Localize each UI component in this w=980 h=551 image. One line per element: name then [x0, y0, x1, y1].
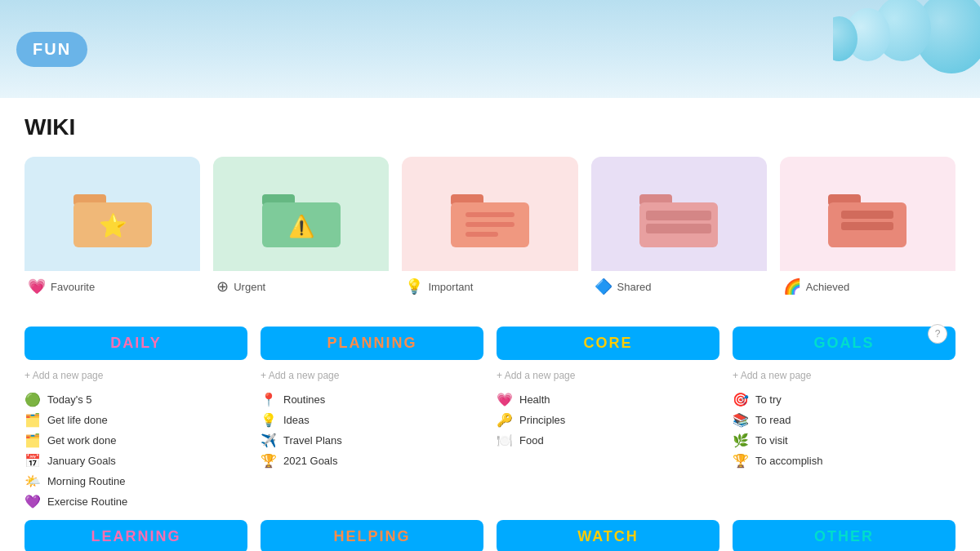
shared-label: Shared	[617, 281, 652, 293]
favourite-icon: 💗	[28, 278, 46, 295]
urgent-label: Urgent	[234, 281, 265, 293]
item-icon: 💡	[261, 412, 277, 428]
item-label: Get life done	[47, 414, 108, 426]
list-item[interactable]: 🏆 2021 Goals	[261, 451, 483, 471]
core-add-new[interactable]: + Add a new page	[497, 370, 719, 381]
list-item[interactable]: 🗂️ Get life done	[24, 410, 247, 430]
sections-row: DAILY + Add a new page 🟢 Today's 5 🗂️ Ge…	[24, 327, 956, 512]
app-container: FUN WIKI ⭐	[0, 0, 980, 551]
other-header[interactable]: OTHER	[733, 520, 956, 551]
list-item[interactable]: 💜 Exercise Routine	[24, 491, 247, 512]
helping-header[interactable]: HELPING	[261, 520, 483, 551]
watch-header[interactable]: WATCH	[497, 520, 719, 551]
item-icon: 🟢	[24, 392, 41, 407]
item-icon: 💗	[497, 392, 513, 407]
list-item[interactable]: 🟢 Today's 5	[24, 389, 247, 410]
item-icon: 📍	[261, 392, 277, 407]
core-header[interactable]: CORE	[497, 327, 719, 360]
svg-rect-13	[646, 211, 711, 220]
list-item[interactable]: 📚 To read	[733, 410, 956, 430]
list-item[interactable]: 🌤️ Morning Routine	[24, 471, 247, 491]
core-items: 💗 Health 🔑 Principles 🍽️ Food	[497, 389, 719, 451]
svg-text:⚠️: ⚠️	[288, 213, 315, 239]
watch-title: WATCH	[577, 528, 639, 544]
achieved-label: Achieved	[806, 281, 849, 293]
goals-header[interactable]: GOALS	[733, 327, 956, 360]
card-label-important: 💡 Important	[402, 271, 577, 302]
item-label: Exercise Routine	[47, 495, 127, 508]
daily-items: 🟢 Today's 5 🗂️ Get life done 🗂️ Get work…	[24, 389, 247, 512]
item-label: January Goals	[47, 455, 116, 467]
card-label-achieved: 🌈 Achieved	[780, 271, 956, 302]
item-label: To try	[755, 393, 782, 406]
item-icon: ✈️	[261, 433, 277, 448]
important-label: Important	[428, 281, 473, 293]
main-content: WIKI ⭐ 💗 Favourite	[0, 98, 980, 551]
card-image-urgent: ⚠️	[213, 157, 389, 271]
wiki-card-favourite[interactable]: ⭐ 💗 Favourite	[24, 157, 200, 302]
balloons-decoration	[833, 0, 980, 98]
wiki-title: WIKI	[24, 114, 956, 140]
core-title: CORE	[583, 335, 632, 351]
item-label: Principles	[519, 414, 565, 426]
svg-rect-14	[646, 224, 711, 233]
item-label: Travel Plans	[283, 434, 342, 447]
helping-title: HELPING	[333, 528, 410, 544]
list-item[interactable]: 🏆 To accomplish	[733, 451, 956, 471]
other-title: OTHER	[814, 528, 874, 544]
list-item[interactable]: 🔑 Principles	[497, 410, 719, 430]
item-label: Ideas	[283, 414, 310, 426]
learning-header[interactable]: LEARNING	[24, 520, 247, 551]
item-icon: 📚	[733, 412, 749, 428]
goals-items: 🎯 To try 📚 To read 🌿 To visit 🏆	[733, 389, 956, 471]
list-item[interactable]: 🌿 To visit	[733, 430, 956, 451]
urgent-icon: ⊕	[216, 278, 229, 295]
wiki-card-important[interactable]: 💡 Important	[402, 157, 577, 302]
daily-add-new[interactable]: + Add a new page	[24, 370, 247, 381]
wiki-card-achieved[interactable]: 🌈 Achieved	[780, 157, 956, 302]
card-label-urgent: ⊕ Urgent	[213, 271, 389, 302]
wiki-card-urgent[interactable]: ⚠️ ⊕ Urgent	[213, 157, 389, 302]
folder-svg-achieved	[826, 180, 908, 249]
folder-svg-important	[449, 180, 531, 249]
favourite-label: Favourite	[51, 281, 95, 293]
help-button[interactable]: ?	[928, 324, 947, 344]
planning-header[interactable]: PLANNING	[261, 327, 483, 360]
folder-svg-favourite: ⭐	[72, 180, 154, 249]
daily-title: DAILY	[110, 335, 161, 351]
list-item[interactable]: ✈️ Travel Plans	[261, 430, 483, 451]
daily-header[interactable]: DAILY	[24, 327, 247, 360]
item-label: To accomplish	[755, 455, 822, 467]
goals-title: GOALS	[813, 335, 874, 351]
fun-badge[interactable]: FUN	[16, 32, 87, 67]
wiki-card-shared[interactable]: 🔷 Shared	[591, 157, 767, 302]
list-item[interactable]: 🎯 To try	[733, 389, 956, 410]
section-goals: GOALS + Add a new page 🎯 To try 📚 To rea…	[733, 327, 956, 512]
planning-add-new[interactable]: + Add a new page	[261, 370, 483, 381]
folder-svg-urgent: ⚠️	[261, 180, 342, 249]
card-label-shared: 🔷 Shared	[591, 271, 767, 302]
item-icon: 📅	[24, 453, 41, 469]
item-label: Health	[519, 393, 550, 406]
list-item[interactable]: 🗂️ Get work done	[24, 430, 247, 451]
section-planning: PLANNING + Add a new page 📍 Routines 💡 I…	[261, 327, 483, 512]
svg-rect-17	[841, 211, 893, 219]
goals-add-new[interactable]: + Add a new page	[733, 370, 956, 381]
item-icon: 🏆	[261, 453, 277, 469]
item-icon: 🔑	[497, 412, 513, 428]
item-label: To visit	[755, 434, 788, 447]
section-daily: DAILY + Add a new page 🟢 Today's 5 🗂️ Ge…	[24, 327, 247, 512]
list-item[interactable]: 🍽️ Food	[497, 430, 719, 451]
planning-items: 📍 Routines 💡 Ideas ✈️ Travel Plans �	[261, 389, 483, 471]
item-label: Food	[519, 434, 544, 447]
card-image-achieved	[780, 157, 956, 271]
achieved-icon: 🌈	[783, 278, 801, 295]
list-item[interactable]: 💗 Health	[497, 389, 719, 410]
item-label: To read	[755, 414, 791, 426]
list-item[interactable]: 📍 Routines	[261, 389, 483, 410]
item-label: Routines	[283, 393, 325, 406]
list-item[interactable]: 💡 Ideas	[261, 410, 483, 430]
item-icon: 💜	[24, 494, 41, 509]
important-icon: 💡	[405, 278, 423, 295]
list-item[interactable]: 📅 January Goals	[24, 451, 247, 471]
